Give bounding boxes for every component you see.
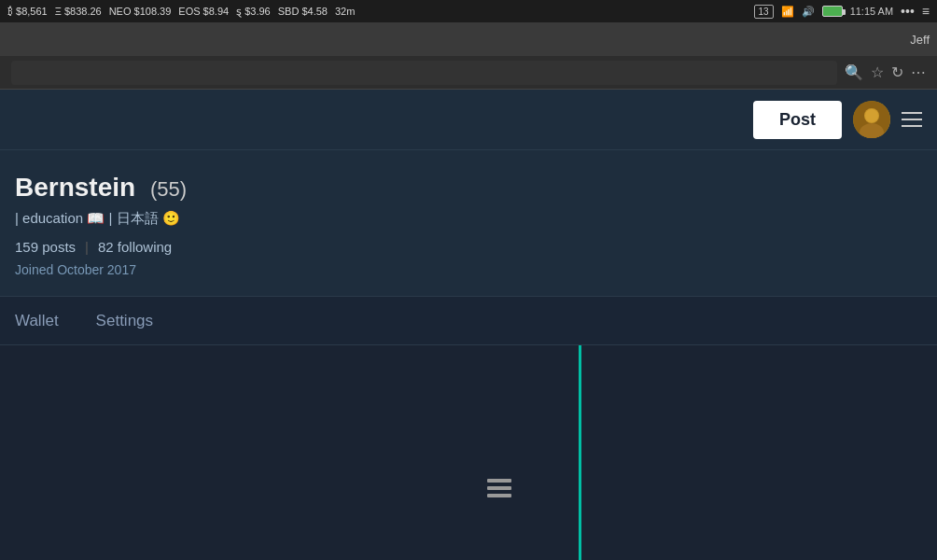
hamburger-line-1 bbox=[902, 112, 922, 114]
crypto-prices: ₿ $8,561 Ξ $838.26 NEO $108.39 EOS $8.94… bbox=[7, 6, 745, 18]
hamburger-line-3 bbox=[902, 125, 922, 127]
system-right-icons: 13 📶 🔊 11:15 AM ••• ≡ bbox=[754, 4, 930, 19]
following-count: 82 following bbox=[98, 239, 172, 255]
url-bar: 🔍 ☆ ↻ ⋯ bbox=[0, 56, 937, 90]
battery-icon bbox=[822, 6, 843, 17]
clock: 11:15 AM bbox=[850, 6, 893, 17]
steem-price: ȿ $3.96 bbox=[236, 6, 271, 18]
posts-count: 159 posts bbox=[15, 239, 76, 255]
profile-stats: 159 posts | 82 following bbox=[15, 239, 922, 255]
bitcoin-price: ₿ $8,561 bbox=[7, 6, 48, 17]
more-icon[interactable]: ⋯ bbox=[911, 63, 926, 81]
profile-section: Bernstein (55) | education 📖 | 日本語 🙂 159… bbox=[0, 150, 937, 297]
wifi-icon: 📶 bbox=[781, 6, 794, 18]
reload-icon[interactable]: ↻ bbox=[891, 63, 903, 81]
user-label: Jeff bbox=[910, 33, 930, 47]
menu-dots[interactable]: ••• bbox=[901, 4, 915, 19]
profile-tabs: Wallet Settings bbox=[0, 297, 937, 345]
url-input[interactable] bbox=[11, 61, 837, 85]
post-button[interactable]: Post bbox=[753, 101, 842, 139]
list-view-icon[interactable] bbox=[485, 484, 513, 508]
battery-count: 13 bbox=[754, 5, 774, 19]
sbd-price: SBD $4.58 bbox=[278, 6, 328, 17]
app-header: Post bbox=[0, 90, 937, 150]
tab-settings[interactable]: Settings bbox=[96, 308, 153, 334]
hamburger-menu-icon[interactable] bbox=[902, 112, 922, 127]
stats-divider: | bbox=[85, 239, 89, 255]
svg-rect-4 bbox=[487, 479, 511, 483]
profile-joined: Joined October 2017 bbox=[15, 262, 922, 277]
hamburger-line-2 bbox=[902, 119, 922, 120]
reputation: (55) bbox=[150, 177, 187, 201]
time-ago: 32m bbox=[335, 6, 355, 17]
bookmark-icon[interactable]: ☆ bbox=[871, 63, 884, 81]
eos-price: EOS $8.94 bbox=[178, 6, 229, 17]
svg-rect-5 bbox=[487, 486, 511, 490]
profile-name: Bernstein (55) bbox=[15, 173, 922, 203]
list-view-icon-area bbox=[485, 475, 513, 509]
profile-bio: | education 📖 | 日本語 🙂 bbox=[15, 210, 922, 228]
username: Bernstein bbox=[15, 173, 135, 202]
tab-wallet[interactable]: Wallet bbox=[15, 308, 59, 334]
svg-point-3 bbox=[865, 109, 878, 122]
volume-icon: 🔊 bbox=[802, 6, 815, 18]
svg-rect-6 bbox=[487, 494, 511, 497]
search-icon[interactable]: 🔍 bbox=[845, 63, 863, 81]
system-bar: ₿ $8,561 Ξ $838.26 NEO $108.39 EOS $8.94… bbox=[0, 0, 937, 22]
hamburger-lines[interactable]: ≡ bbox=[922, 4, 930, 19]
eth-price: Ξ $838.26 bbox=[55, 6, 102, 17]
teal-divider bbox=[579, 345, 581, 560]
neo-price: NEO $108.39 bbox=[109, 6, 172, 17]
user-avatar[interactable] bbox=[853, 101, 890, 138]
browser-chrome: Jeff bbox=[0, 22, 937, 56]
content-area bbox=[0, 345, 937, 560]
